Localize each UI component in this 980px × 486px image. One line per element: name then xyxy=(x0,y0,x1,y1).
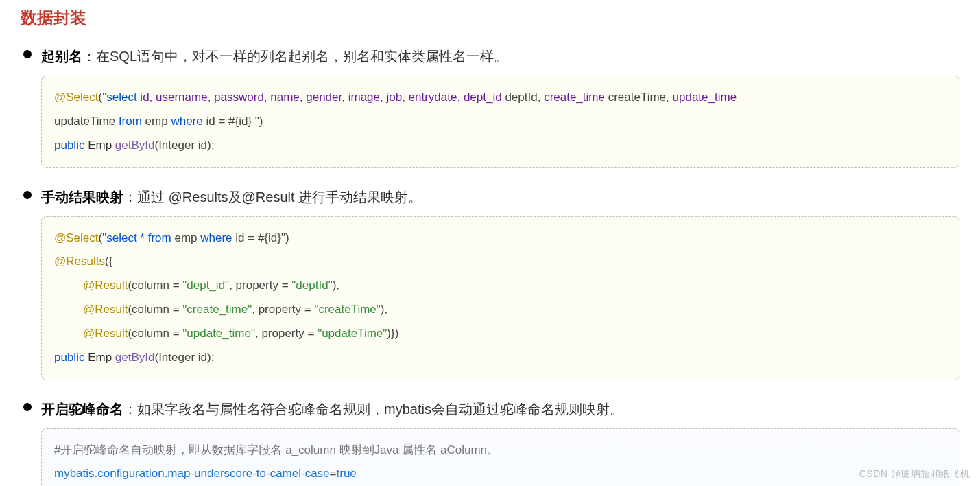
string-literal: "updateTime" xyxy=(318,327,387,340)
code-text: (Integer id); xyxy=(154,139,214,152)
code-text: emp xyxy=(145,115,171,128)
keyword: public xyxy=(54,139,88,152)
keyword: where xyxy=(200,231,235,244)
code-text: #{id} xyxy=(228,115,255,128)
string-literal: "createTime" xyxy=(314,303,380,316)
code-text: emp xyxy=(174,231,200,244)
section-head: 起别名：在SQL语句中，对不一样的列名起别名，别名和实体类属性名一样。 xyxy=(41,45,959,67)
code-line: mybatis.configuration.map-underscore-to-… xyxy=(54,462,946,486)
code-text: (column = xyxy=(128,303,182,316)
code-text: , property = xyxy=(255,327,318,340)
code-text: createTime, xyxy=(608,91,673,104)
comment: #开启驼峰命名自动映射，即从数据库字段名 a_column 映射到Java 属性… xyxy=(54,443,499,456)
section-head: 手动结果映射：通过 @Results及@Result 进行手动结果映射。 xyxy=(41,186,959,208)
code-text: #{id} xyxy=(258,231,281,244)
section-label: 起别名 xyxy=(41,49,82,64)
code-text: ") xyxy=(255,115,263,128)
annotation: @Select xyxy=(54,231,99,244)
code-text: create_time xyxy=(544,91,608,104)
code-line: @Select("select * from emp where id = #{… xyxy=(54,227,946,251)
section-alias: 起别名：在SQL语句中，对不一样的列名起别名，别名和实体类属性名一样。 @Sel… xyxy=(21,45,959,168)
code-line: @Result(column = "create_time", property… xyxy=(54,298,946,322)
section-head: 开启驼峰命名：如果字段名与属性名符合驼峰命名规则，mybatis会自动通过驼峰命… xyxy=(41,398,959,420)
page-title: 数据封装 xyxy=(21,7,959,29)
code-text: = xyxy=(218,115,228,128)
annotation: @Select xyxy=(54,91,99,104)
code-text: = xyxy=(248,231,258,244)
string-literal: "update_time" xyxy=(182,327,255,340)
code-text: (column = xyxy=(128,279,182,292)
keyword: select * from xyxy=(106,231,174,244)
code-text: , property = xyxy=(252,303,314,316)
annotation: @Result xyxy=(83,279,128,292)
code-line: #开启驼峰命名自动映射，即从数据库字段名 a_column 映射到Java 属性… xyxy=(54,439,946,463)
section-desc: ：在SQL语句中，对不一样的列名起别名，别名和实体类属性名一样。 xyxy=(82,49,507,64)
code-line: updateTime from emp where id = #{id} ") xyxy=(54,110,946,134)
code-text: )}) xyxy=(387,327,398,340)
code-text: Emp xyxy=(88,139,115,152)
code-text: updateTime xyxy=(54,115,119,128)
keyword: select xyxy=(106,91,140,104)
code-text: (" xyxy=(99,231,107,244)
code-line: @Results({ xyxy=(54,250,946,274)
annotation: @Result xyxy=(83,327,128,340)
keyword: where xyxy=(171,115,206,128)
code-line: @Select("select id, username, password, … xyxy=(54,86,946,110)
code-line: @Result(column = "update_time", property… xyxy=(54,322,946,346)
code-text: (column = xyxy=(128,327,182,340)
method-name: getById xyxy=(115,351,155,364)
code-text: id xyxy=(235,231,248,244)
keyword: from xyxy=(119,115,145,128)
code-line: public Emp getById(Integer id); xyxy=(54,346,946,370)
code-text: Emp xyxy=(88,351,115,364)
section-desc: ：通过 @Results及@Result 进行手动结果映射。 xyxy=(123,189,422,205)
code-text: = xyxy=(330,467,337,480)
section-camelcase: 开启驼峰命名：如果字段名与属性名符合驼峰命名规则，mybatis会自动通过驼峰命… xyxy=(21,398,959,486)
keyword: public xyxy=(54,351,88,364)
code-text: , property = xyxy=(229,279,291,292)
code-text: id xyxy=(206,115,218,128)
annotation: @Result xyxy=(83,303,128,316)
code-text: update_time xyxy=(673,91,737,104)
string-literal: "create_time" xyxy=(182,303,252,316)
section-label: 开启驼峰命名 xyxy=(41,402,123,417)
section-results: 手动结果映射：通过 @Results及@Result 进行手动结果映射。 @Se… xyxy=(21,186,959,380)
config-value: true xyxy=(337,467,357,480)
method-name: getById xyxy=(115,139,155,152)
code-text: ), xyxy=(381,303,387,316)
string-literal: "deptId" xyxy=(291,279,332,292)
code-line: @Result(column = "dept_id", property = "… xyxy=(54,274,946,298)
code-line: public Emp getById(Integer id); xyxy=(54,134,946,158)
code-text: ") xyxy=(281,231,289,244)
code-block-config: #开启驼峰命名自动映射，即从数据库字段名 a_column 映射到Java 属性… xyxy=(41,428,959,486)
code-text: id, username, password, name, gender, im… xyxy=(140,91,505,104)
code-block-results: @Select("select * from emp where id = #{… xyxy=(41,216,959,380)
code-text: deptId, xyxy=(505,91,544,104)
code-text: (" xyxy=(99,91,107,104)
config-key: mybatis.configuration.map-underscore-to-… xyxy=(54,467,330,480)
code-text: (Integer id); xyxy=(154,351,214,364)
code-text: ({ xyxy=(105,255,112,268)
section-desc: ：如果字段名与属性名符合驼峰命名规则，mybatis会自动通过驼峰命名规则映射。 xyxy=(123,402,623,417)
code-text: ), xyxy=(333,279,339,292)
code-block-alias: @Select("select id, username, password, … xyxy=(41,76,959,168)
section-label: 手动结果映射 xyxy=(41,189,123,205)
annotation: @Results xyxy=(54,255,105,268)
string-literal: "dept_id" xyxy=(182,279,229,292)
section-list: 起别名：在SQL语句中，对不一样的列名起别名，别名和实体类属性名一样。 @Sel… xyxy=(21,45,959,486)
